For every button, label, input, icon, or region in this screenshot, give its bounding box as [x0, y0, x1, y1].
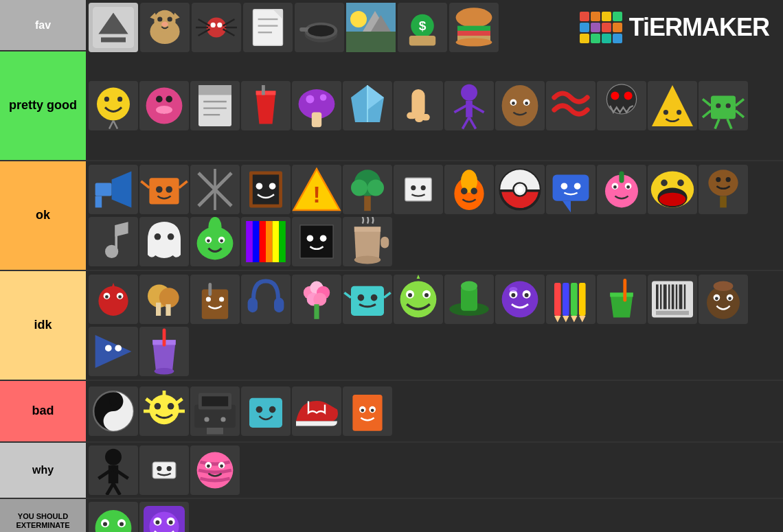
svg-rect-97 — [149, 178, 179, 204]
svg-rect-163 — [300, 225, 333, 258]
list-item[interactable] — [343, 81, 392, 130]
list-item[interactable] — [546, 81, 595, 130]
svg-point-10 — [207, 18, 227, 38]
list-item[interactable] — [139, 165, 189, 214]
list-item[interactable] — [292, 217, 341, 266]
list-item[interactable] — [89, 327, 138, 376]
list-item[interactable] — [190, 446, 240, 495]
svg-point-207 — [502, 281, 538, 318]
list-item[interactable] — [444, 81, 494, 130]
list-item[interactable] — [139, 217, 189, 266]
svg-point-140 — [661, 180, 668, 187]
svg-rect-69 — [466, 101, 473, 117]
svg-point-173 — [118, 295, 122, 299]
list-item[interactable]: ! — [292, 165, 341, 214]
list-item[interactable] — [292, 275, 341, 324]
list-item[interactable] — [495, 275, 545, 324]
list-item[interactable] — [292, 386, 341, 436]
list-item[interactable] — [699, 275, 748, 324]
list-item[interactable] — [190, 217, 240, 266]
list-item[interactable] — [346, 3, 396, 52]
list-item[interactable] — [343, 275, 392, 324]
list-item[interactable] — [449, 3, 499, 52]
list-item[interactable] — [444, 165, 494, 214]
svg-point-206 — [461, 281, 477, 291]
svg-point-9 — [161, 22, 168, 27]
list-item[interactable] — [89, 446, 138, 495]
list-item[interactable] — [343, 165, 392, 214]
list-item[interactable] — [241, 217, 291, 266]
list-item[interactable] — [190, 81, 240, 130]
list-item[interactable] — [597, 275, 646, 324]
svg-rect-216 — [579, 283, 586, 316]
list-item[interactable] — [139, 327, 189, 376]
list-item[interactable] — [89, 386, 138, 436]
svg-point-244 — [155, 368, 174, 375]
svg-rect-166 — [354, 227, 381, 231]
list-item[interactable] — [241, 81, 291, 130]
list-item[interactable] — [140, 3, 190, 52]
svg-marker-217 — [554, 316, 561, 323]
list-item[interactable] — [241, 386, 291, 436]
list-item[interactable] — [89, 502, 138, 532]
svg-point-165 — [320, 235, 327, 242]
svg-rect-230 — [679, 284, 683, 309]
list-item[interactable] — [495, 81, 545, 130]
list-item[interactable] — [295, 3, 344, 52]
list-item[interactable] — [343, 217, 392, 266]
tier-row-pretty-good: pretty good — [0, 51, 783, 161]
svg-point-86 — [716, 103, 720, 108]
svg-point-294 — [169, 520, 173, 524]
list-item[interactable] — [139, 275, 189, 324]
svg-rect-35 — [409, 36, 435, 45]
tier-label-pretty-good: pretty good — [0, 51, 86, 160]
svg-point-98 — [156, 186, 163, 193]
svg-point-107 — [256, 183, 263, 189]
svg-point-81 — [624, 92, 633, 100]
list-item[interactable] — [546, 165, 595, 214]
list-item[interactable] — [495, 165, 545, 214]
list-item[interactable] — [190, 275, 240, 324]
list-item[interactable] — [394, 165, 443, 214]
list-item[interactable] — [139, 446, 189, 495]
svg-rect-232 — [656, 311, 689, 315]
list-item[interactable] — [292, 81, 341, 130]
list-item[interactable] — [699, 165, 748, 214]
list-item[interactable] — [139, 502, 189, 532]
svg-point-236 — [715, 297, 718, 300]
list-item[interactable] — [190, 386, 240, 436]
list-item[interactable] — [546, 275, 595, 324]
tier-row-ok: ok — [0, 161, 783, 271]
list-item[interactable] — [139, 386, 189, 436]
list-item[interactable] — [89, 217, 138, 266]
list-item[interactable] — [241, 165, 291, 214]
list-item[interactable] — [243, 3, 293, 52]
tier-label-fav: fav — [0, 0, 86, 50]
list-item[interactable] — [89, 3, 138, 52]
list-item[interactable] — [699, 81, 748, 130]
list-item[interactable] — [89, 81, 138, 130]
list-item[interactable] — [648, 81, 697, 130]
list-item[interactable] — [394, 275, 443, 324]
list-item[interactable] — [648, 275, 697, 324]
list-item[interactable] — [444, 275, 494, 324]
list-item[interactable]: $ — [398, 3, 447, 52]
tier-label-idk: idk — [0, 271, 86, 380]
list-item[interactable] — [241, 275, 291, 324]
list-item[interactable] — [394, 81, 443, 130]
list-item[interactable] — [597, 81, 646, 130]
list-item[interactable] — [139, 81, 189, 130]
svg-point-247 — [109, 417, 117, 425]
list-item[interactable] — [190, 165, 240, 214]
list-item[interactable] — [89, 165, 138, 214]
svg-point-43 — [117, 97, 122, 102]
svg-point-288 — [120, 522, 124, 526]
list-item[interactable] — [343, 386, 392, 436]
svg-line-92 — [715, 119, 719, 128]
list-item[interactable] — [192, 3, 241, 52]
svg-point-36 — [456, 8, 492, 27]
svg-rect-19 — [253, 10, 282, 46]
list-item[interactable] — [597, 165, 646, 214]
list-item[interactable] — [89, 275, 138, 324]
list-item[interactable] — [648, 165, 697, 214]
